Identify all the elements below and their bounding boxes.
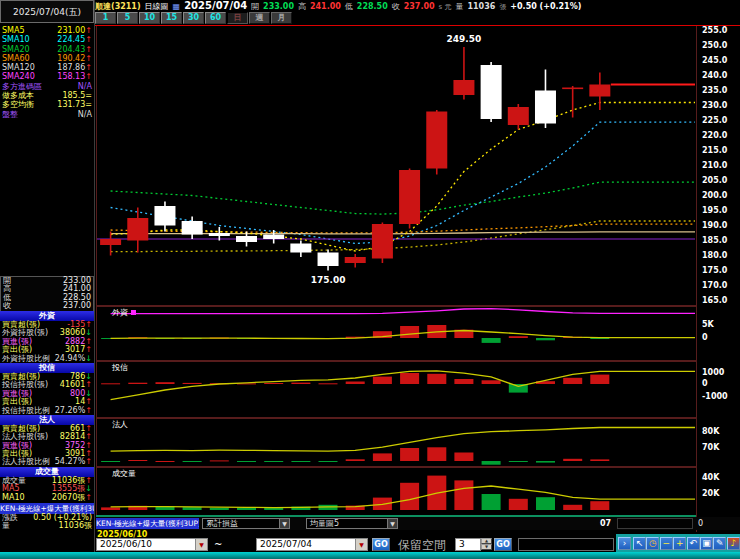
- period-button-30[interactable]: 30: [183, 12, 204, 24]
- institution-panel-canvas[interactable]: [97, 419, 695, 466]
- ohlc-field-value: 233.00: [263, 2, 294, 11]
- period-button-60[interactable]: 60: [205, 12, 226, 24]
- indicator-combo-2[interactable]: 均量圖5 ▼: [306, 518, 398, 529]
- range-tilde: ~: [214, 539, 222, 550]
- panel-bar: [454, 379, 473, 384]
- panel-bar: [156, 382, 175, 384]
- trust-panel-canvas[interactable]: [97, 362, 695, 417]
- indicator-combo-1-value: 累計損益: [206, 519, 238, 528]
- panel-bar: [563, 378, 582, 384]
- panel-bar: [237, 508, 256, 510]
- status-row: KEN-極光線+爆大量(獲利3UP) 累計損益 ▼ 均量圖5 ▼ 07 0: [95, 517, 740, 530]
- chevron-down-icon[interactable]: ▼: [279, 519, 289, 528]
- row-label: 外資持股比例: [2, 355, 50, 363]
- zoom-out-icon[interactable]: −: [660, 537, 673, 550]
- panel-bar: [482, 338, 501, 343]
- period-button-15[interactable]: 15: [161, 12, 182, 24]
- row-label: SMA20: [2, 45, 30, 54]
- panel-bar: [590, 459, 609, 461]
- tab-週[interactable]: 週: [249, 12, 270, 24]
- foreign-holdings-line: [111, 309, 695, 314]
- period-button-1[interactable]: 1: [95, 12, 116, 24]
- table-row: 做多成本185.5=: [0, 91, 94, 100]
- window-bottom-border: [0, 552, 740, 559]
- tab-月[interactable]: 月: [271, 12, 292, 24]
- institution-panel[interactable]: [97, 419, 695, 466]
- calendar-icon: ▦: [173, 2, 181, 11]
- chevron-down-icon[interactable]: ▼: [195, 539, 207, 550]
- row-label: 做多成本: [2, 91, 34, 100]
- undo-icon[interactable]: ↶: [687, 537, 700, 550]
- fullscreen-icon[interactable]: ▣: [700, 537, 713, 550]
- foreign-panel[interactable]: [97, 307, 695, 360]
- chevron-down-icon[interactable]: ▼: [387, 519, 397, 528]
- up-arrow-icon: ↑: [85, 35, 92, 44]
- row-value: 224.45↑: [57, 35, 92, 44]
- clock-icon[interactable]: ◷: [646, 537, 659, 550]
- down-arrow-icon: ↓: [85, 354, 92, 363]
- panel-bar: [400, 448, 419, 461]
- trust-panel[interactable]: [97, 362, 695, 417]
- axis-tick: 240.0: [702, 72, 727, 80]
- row-label: 收: [3, 302, 11, 310]
- axis-tick: 175.0: [702, 267, 727, 275]
- main-chart-canvas[interactable]: 249.50175.00: [97, 26, 695, 305]
- to-date-picker[interactable]: 2025/07/04 ▼: [256, 538, 368, 551]
- command-input[interactable]: [518, 538, 614, 551]
- axis-tick: 170.0: [702, 282, 727, 290]
- axis-tick: 40K: [702, 474, 719, 482]
- row-value: 231.00↑: [57, 26, 92, 35]
- ohlc-field-label: 收: [392, 2, 400, 11]
- indicator-combo-1[interactable]: 累計損益 ▼: [202, 518, 290, 529]
- stepper-down-icon[interactable]: ▼: [481, 544, 492, 550]
- draw-icon[interactable]: ✎: [713, 537, 726, 550]
- volume-panel-canvas[interactable]: [97, 468, 695, 515]
- panel-bar: [590, 501, 609, 510]
- pointer-icon[interactable]: ↖: [633, 537, 646, 550]
- chart-type-label: 日線圖: [145, 2, 169, 11]
- zoom-in-icon[interactable]: +: [673, 537, 686, 550]
- from-date-picker[interactable]: 2025/06/10 ▼: [96, 538, 208, 551]
- candle-body: [399, 170, 420, 224]
- axis-tick: 195.0: [702, 207, 727, 215]
- row-label: SMA60: [2, 54, 30, 63]
- foreign-panel-canvas[interactable]: [97, 307, 695, 360]
- candle-body: [345, 257, 366, 263]
- candle-body: [290, 244, 311, 253]
- nav-next-button[interactable]: ›: [618, 537, 631, 550]
- axis-tick: 220.0: [702, 132, 727, 140]
- quote-ohlc-panel: 開233.00高241.00低228.50收237.00: [0, 276, 94, 312]
- row-label: 量: [2, 522, 10, 530]
- axis-tick: 0: [702, 334, 708, 342]
- go-button[interactable]: GO: [372, 538, 390, 551]
- main-chart-panel[interactable]: 249.50175.00: [97, 26, 695, 305]
- foreign-panel-label: 外資: [112, 309, 136, 317]
- panel-bar: [101, 383, 120, 384]
- panel-bar: [128, 383, 147, 384]
- period-button-5[interactable]: 5: [117, 12, 138, 24]
- go-button-2[interactable]: GO: [494, 538, 512, 551]
- tab-day-active[interactable]: 日: [227, 12, 248, 24]
- row-value: 24.94%↓: [55, 355, 92, 363]
- alert-bell-icon[interactable]: ♪: [727, 537, 740, 550]
- table-row: SMA5231.00↑: [0, 26, 94, 35]
- keep-space-stepper[interactable]: ▲ ▼: [481, 538, 492, 551]
- candle-body: [182, 221, 203, 235]
- volume-unit: 張: [499, 3, 506, 11]
- sma-values-panel: SMA5231.00↑SMA10224.45↑SMA20204.43↑SMA60…: [0, 26, 94, 119]
- high-price-label: 249.50: [447, 34, 482, 44]
- axis-tick: 250.0: [702, 42, 727, 50]
- table-row: SMA120187.86↑: [0, 63, 94, 72]
- volume-panel[interactable]: [97, 468, 695, 515]
- period-button-10[interactable]: 10: [139, 12, 160, 24]
- keep-space-input[interactable]: 3: [455, 538, 481, 551]
- sidebar: 2025/07/04(五) SMA5231.00↑SMA10224.45↑SMA…: [0, 0, 95, 559]
- x-axis-month-label: 07: [600, 519, 611, 528]
- axis-tick: 200.0: [702, 192, 727, 200]
- table-row: 量11036張: [0, 522, 94, 530]
- panel-bar: [210, 508, 229, 510]
- row-label: SMA10: [2, 35, 30, 44]
- panel-bar: [291, 461, 310, 462]
- table-row: SMA60190.42↑: [0, 54, 94, 63]
- chevron-down-icon[interactable]: ▼: [355, 539, 367, 550]
